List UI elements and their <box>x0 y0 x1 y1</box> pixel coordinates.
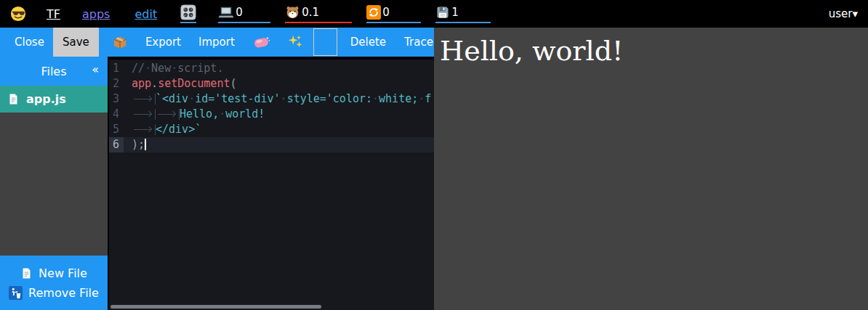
export-button[interactable]: Export <box>145 36 181 49</box>
editor-toolbar: Close Save Export Import <box>0 28 434 57</box>
code-line[interactable]: 3`<div·id='test-div'·style='color:·white… <box>109 91 434 107</box>
collapse-sidebar-button[interactable]: « <box>92 62 99 76</box>
floppy-counter-value[interactable]: 1 <box>451 6 459 19</box>
code-token: ); <box>132 138 145 151</box>
line-number: 3 <box>109 91 124 107</box>
code-line[interactable]: 5</div>` <box>109 122 434 137</box>
editor-body: Files « app.js <box>0 57 434 310</box>
line-number: 1 <box>109 61 124 76</box>
whitespace-dot: · <box>145 62 151 75</box>
top-bar: TF apps edit 0 <box>0 0 868 28</box>
laptop-counter-value[interactable]: 0 <box>236 6 243 19</box>
floppy-counter[interactable]: 1 <box>435 5 491 23</box>
whitespace-dot: · <box>219 107 225 121</box>
whitespace-dot: · <box>171 62 177 75</box>
code-token: `<div·id='test-div'·style='color:·white;… <box>156 92 431 105</box>
soap-icon[interactable] <box>253 35 270 49</box>
package-icon[interactable] <box>112 34 128 50</box>
laptop-counter[interactable]: 0 <box>218 5 270 23</box>
line-number: 4 <box>109 107 124 122</box>
sparkles-icon[interactable] <box>287 34 303 50</box>
edit-link[interactable]: edit <box>134 7 157 21</box>
trace-button[interactable]: Trace <box>404 36 433 49</box>
code-editor[interactable]: 1//·New·script.2app.setDocument(3`<div·i… <box>109 60 434 310</box>
litter-bin-icon <box>9 286 23 300</box>
delete-button[interactable]: Delete <box>350 36 386 49</box>
tab-marker <box>132 94 156 105</box>
code-line[interactable]: 1//·New·script. <box>109 61 434 76</box>
code-token: Hello,·world! <box>180 107 265 121</box>
tab-marker <box>156 109 180 120</box>
line-number: 5 <box>109 122 124 137</box>
preview-text: Hello, world! <box>440 35 868 67</box>
new-file-label: New File <box>39 266 87 280</box>
code-token: app <box>132 77 151 90</box>
files-panel-title: Files <box>41 65 66 78</box>
code-text: `<div·id='test-div'·style='color:·white;… <box>124 91 434 107</box>
whitespace-dot: · <box>281 92 287 105</box>
import-button[interactable]: Import <box>198 36 235 49</box>
repeat-counter-value[interactable]: 0 <box>382 6 390 19</box>
preview-page: Hello, world! <box>434 28 868 310</box>
code-token: . <box>151 77 158 90</box>
code-token: ( <box>230 77 236 90</box>
apps-link[interactable]: apps <box>82 7 110 21</box>
line-number: 2 <box>109 76 124 91</box>
hamster-counter-value[interactable]: 0.1 <box>302 6 319 19</box>
files-sidebar: Files « app.js <box>0 57 108 310</box>
code-text: Hello,·world! <box>124 107 434 122</box>
user-menu[interactable]: user▾ <box>829 7 858 20</box>
code-token: setDocument <box>158 77 230 90</box>
empty-bordered-button[interactable] <box>313 28 337 56</box>
text-cursor <box>145 139 146 150</box>
new-file-icon <box>20 266 33 280</box>
save-button[interactable]: Save <box>53 28 99 57</box>
close-button[interactable]: Close <box>15 36 44 49</box>
code-area[interactable]: 1//·New·script.2app.setDocument(3`<div·i… <box>109 60 434 152</box>
remove-file-label: Remove File <box>28 286 99 300</box>
code-token: </div>` <box>156 123 201 136</box>
code-line[interactable]: 4Hello,·world! <box>109 107 434 122</box>
control-knobs-icon[interactable] <box>180 4 196 23</box>
code-text: </div>` <box>124 122 434 137</box>
code-line[interactable]: 2app.setDocument( <box>109 76 434 91</box>
whitespace-dot: · <box>188 92 195 105</box>
code-line[interactable]: 6); <box>109 137 434 152</box>
whitespace-dot: · <box>418 92 425 105</box>
code-token: //·New·script. <box>132 62 223 75</box>
tab-marker <box>132 109 156 120</box>
repeat-icon <box>366 5 381 20</box>
code-text: app.setDocument( <box>124 76 434 91</box>
workspace: Close Save Export Import <box>0 28 868 310</box>
repeat-counter[interactable]: 0 <box>366 5 421 23</box>
files-panel-body <box>0 113 108 256</box>
whitespace-dot: · <box>372 92 379 105</box>
line-number: 6 <box>109 137 124 152</box>
floppy-icon <box>435 5 450 20</box>
code-text: //·New·script. <box>124 61 434 76</box>
ide-column: Close Save Export Import <box>0 28 434 310</box>
files-panel-footer: New File <box>0 256 108 310</box>
sunglasses-emoji[interactable] <box>10 6 26 22</box>
tab-marker <box>132 124 156 135</box>
file-name: app.js <box>26 92 66 106</box>
files-panel-header: Files « <box>0 57 108 86</box>
horizontal-scrollbar[interactable] <box>110 305 321 309</box>
code-text: ); <box>124 137 434 152</box>
document-icon <box>7 92 20 106</box>
file-item-appjs[interactable]: app.js <box>0 86 108 113</box>
laptop-icon <box>218 5 234 20</box>
remove-file-button[interactable]: Remove File <box>0 286 108 300</box>
new-file-button[interactable]: New File <box>0 266 108 280</box>
hamster-icon <box>285 4 300 20</box>
hamster-counter[interactable]: 0.1 <box>285 4 352 23</box>
brand-link[interactable]: TF <box>47 7 60 21</box>
